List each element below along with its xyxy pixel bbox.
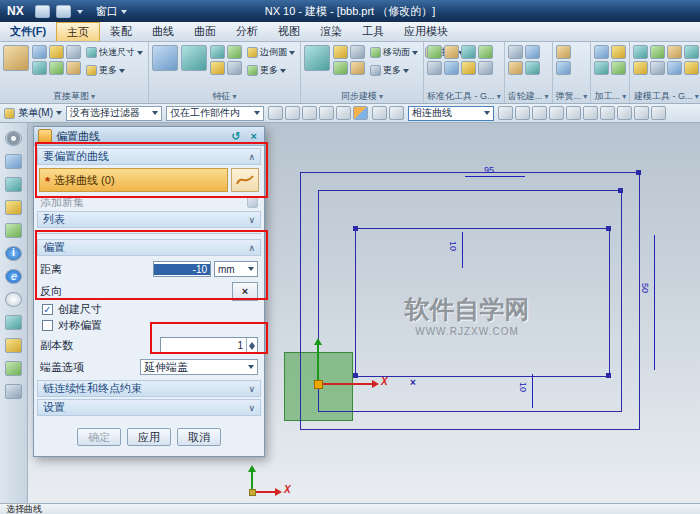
inner-rectangle-curve[interactable] <box>355 228 610 377</box>
internet-explorer-icon[interactable] <box>5 269 22 284</box>
standard-check-icon[interactable] <box>444 45 459 59</box>
dialog-titlebar[interactable]: 偏置曲线 <box>34 127 264 146</box>
history-icon[interactable] <box>5 292 22 307</box>
dimension-line-offset-a[interactable] <box>462 232 463 268</box>
constraint-navigator-icon[interactable] <box>5 177 22 192</box>
menu-button[interactable]: 菜单(M) <box>4 106 62 120</box>
resource-options-gear-icon[interactable] <box>5 131 22 146</box>
endpoint-handle[interactable] <box>636 170 641 175</box>
spin-up-icon[interactable] <box>249 339 255 346</box>
symmetric-offset-checkbox[interactable] <box>42 320 53 331</box>
ok-button[interactable]: 确定 <box>77 428 121 446</box>
manufacturing-wizard-icon[interactable] <box>5 338 22 353</box>
move-face-icon[interactable] <box>304 45 330 71</box>
dimension-line-width[interactable] <box>465 176 525 177</box>
x-axis-line[interactable] <box>318 383 372 385</box>
component-filter-icon[interactable] <box>336 106 351 120</box>
wcs-origin-handle[interactable] <box>314 380 323 389</box>
curve-rule-button[interactable] <box>231 168 259 192</box>
ribbon-group-label[interactable]: 加工... <box>594 90 626 103</box>
drawing-tool-icon[interactable] <box>461 45 476 59</box>
system-materials-icon[interactable] <box>5 384 22 399</box>
chain-section-header[interactable]: 链连续性和终点约束 <box>37 380 261 397</box>
finish-sketch-icon[interactable] <box>32 45 47 59</box>
ribbon-tab[interactable]: 应用模块 <box>394 22 458 41</box>
ribbon-group-label[interactable]: 特征 <box>152 90 297 103</box>
ribbon-tab[interactable]: 视图 <box>268 22 310 41</box>
symmetric-offset-row[interactable]: 对称偏置 <box>42 319 256 332</box>
dimension-line-height[interactable] <box>654 235 655 370</box>
sync-tool-icon[interactable] <box>667 61 682 75</box>
view-orient-icon[interactable] <box>389 106 404 120</box>
revolve-icon[interactable] <box>210 61 225 75</box>
section-tool-icon[interactable] <box>633 61 648 75</box>
ribbon-group-label[interactable]: 同步建模 <box>304 90 420 103</box>
settings-section-header[interactable]: 设置 <box>37 399 261 416</box>
unite-icon[interactable] <box>227 45 242 59</box>
hole-icon[interactable] <box>181 45 207 71</box>
subtract-icon[interactable] <box>227 61 242 75</box>
cylinder-gear-icon[interactable] <box>508 45 523 59</box>
gear-modify-icon[interactable] <box>525 45 540 59</box>
endpoint-snap-icon[interactable] <box>532 106 547 120</box>
select-filter-icon[interactable] <box>268 106 283 120</box>
dimension-offset-b-label[interactable]: 10 <box>518 382 528 392</box>
more-feature-button[interactable]: 更多 <box>245 63 297 78</box>
offset-region-icon[interactable] <box>333 61 348 75</box>
ribbon-group-label[interactable]: 齿轮建... <box>508 90 549 103</box>
more-sketch-button[interactable]: 更多 <box>84 63 145 78</box>
rapid-dimension-button[interactable]: 快速尺寸 <box>84 45 145 60</box>
ribbon-tab[interactable]: 分析 <box>226 22 268 41</box>
arc-center-snap-icon[interactable] <box>583 106 598 120</box>
leaf-spring-icon[interactable] <box>556 61 571 75</box>
move-face-small-icon[interactable] <box>370 47 381 58</box>
list-section-header[interactable]: 列表 <box>37 211 261 228</box>
reverse-direction-button[interactable]: × <box>232 282 258 301</box>
arc-icon[interactable] <box>49 61 64 75</box>
part-file-tool-icon[interactable] <box>427 61 442 75</box>
selection-scope-dropdown[interactable]: 仅在工作部件内 <box>166 106 264 121</box>
edge-blend-icon[interactable] <box>247 47 258 58</box>
cylindrical-spring-icon[interactable] <box>556 45 571 59</box>
copies-spinner[interactable] <box>246 338 257 352</box>
copies-input[interactable]: 1 <box>160 337 258 353</box>
section-offset-header[interactable]: 偏置 <box>37 239 261 256</box>
endpoint-handle[interactable] <box>606 373 611 378</box>
save-icon[interactable] <box>35 5 50 18</box>
reuse-library-icon[interactable] <box>5 223 22 238</box>
dimension-offset-a-label[interactable]: 10 <box>448 241 458 251</box>
roles-icon[interactable] <box>5 361 22 376</box>
cavity-icon[interactable] <box>611 61 626 75</box>
edge-blend-button[interactable]: 边倒圆 <box>245 45 297 60</box>
mold-prep-icon[interactable] <box>594 45 609 59</box>
dialog-reset-icon[interactable] <box>228 130 243 143</box>
endpoint-handle[interactable] <box>606 226 611 231</box>
ribbon-tab[interactable]: 曲线 <box>142 22 184 41</box>
gear-parameter-icon[interactable] <box>525 61 540 75</box>
cancel-button[interactable]: 取消 <box>177 428 221 446</box>
rapid-dimension-icon[interactable] <box>86 47 97 58</box>
customer-default-icon[interactable] <box>478 61 493 75</box>
distance-unit-dropdown[interactable]: mm <box>214 261 258 277</box>
ribbon-tab[interactable]: 曲面 <box>184 22 226 41</box>
selection-filter-dropdown[interactable]: 没有选择过滤器 <box>66 106 162 121</box>
dialog-close-icon[interactable] <box>248 130 260 142</box>
undo-dropdown-caret-icon[interactable] <box>77 10 83 17</box>
endpoint-handle[interactable] <box>353 226 358 231</box>
curve-rule-dropdown[interactable]: 相连曲线 <box>408 106 494 121</box>
face-snap-icon[interactable] <box>651 106 666 120</box>
spin-down-icon[interactable] <box>249 346 255 353</box>
ribbon-group-label[interactable]: 建模工具 - G... <box>633 90 699 103</box>
more-feature-icon[interactable] <box>247 65 258 76</box>
attribute-tool-icon[interactable] <box>427 45 442 59</box>
apply-button[interactable]: 应用 <box>127 428 171 446</box>
endpoint-handle[interactable] <box>353 373 358 378</box>
x-axis-label[interactable]: X <box>381 376 388 387</box>
dimension-height-label[interactable]: 50 <box>640 283 650 293</box>
more-sketch-icon[interactable] <box>86 65 97 76</box>
face-filter-icon[interactable] <box>285 106 300 120</box>
ribbon-tab[interactable]: 主页 <box>56 22 100 41</box>
dimension-line-offset-b[interactable] <box>532 374 533 408</box>
wcs-orient-icon[interactable] <box>372 106 387 120</box>
extrude-icon[interactable] <box>152 45 178 71</box>
